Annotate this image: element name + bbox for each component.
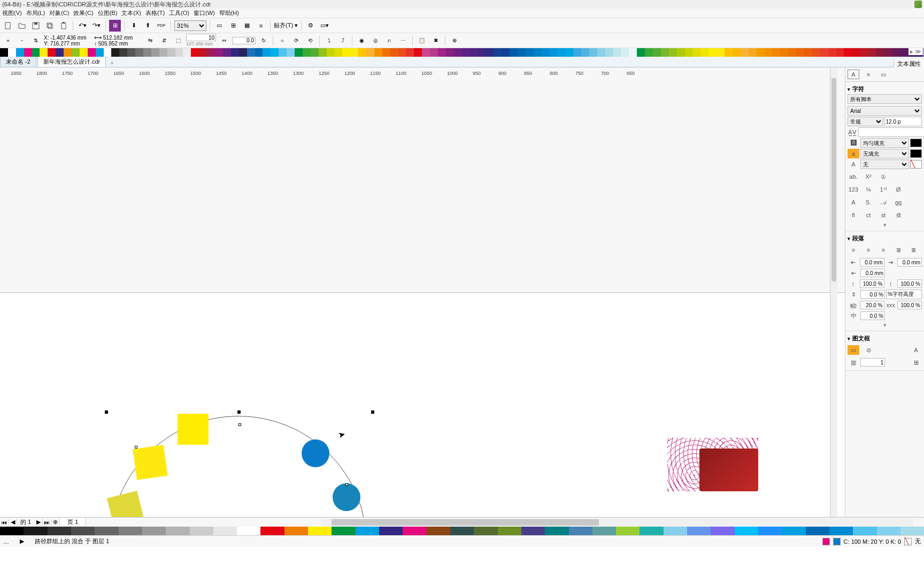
- prev-page-icon[interactable]: ◀: [9, 519, 17, 526]
- color-swatch[interactable]: [303, 48, 311, 57]
- color-swatch[interactable]: [24, 527, 47, 535]
- color-swatch[interactable]: [71, 527, 95, 535]
- remove-preset-icon[interactable]: －: [16, 35, 28, 47]
- section-frame[interactable]: 图文框: [848, 333, 922, 344]
- ligature-st-icon[interactable]: st: [877, 210, 889, 220]
- path-node[interactable]: [238, 423, 241, 426]
- last-page-icon[interactable]: ⏭: [43, 519, 51, 526]
- color-swatch[interactable]: [231, 48, 239, 57]
- color-swatch[interactable]: [0, 527, 24, 535]
- pdf-icon[interactable]: PDF: [156, 20, 167, 32]
- color-swatch[interactable]: [749, 48, 757, 57]
- fill-mode-select[interactable]: 均匀填充: [860, 138, 909, 148]
- color-swatch[interactable]: [438, 48, 446, 57]
- menu-item[interactable]: 对象(C): [49, 9, 69, 17]
- char-spacing-input[interactable]: [860, 301, 884, 309]
- color-swatch[interactable]: [498, 527, 521, 535]
- navigator-preview[interactable]: [667, 438, 758, 491]
- color-swatch[interactable]: [860, 48, 868, 57]
- color-swatch[interactable]: [733, 48, 741, 57]
- blend-square[interactable]: [133, 445, 168, 480]
- color-swatch[interactable]: [474, 527, 497, 535]
- grid-icon[interactable]: ▦: [241, 20, 253, 32]
- scripts-select[interactable]: 所有脚本: [848, 94, 922, 104]
- vertical-scrollbar[interactable]: [830, 67, 837, 517]
- color-swatch[interactable]: [319, 48, 327, 57]
- first-line-input[interactable]: [860, 269, 885, 277]
- color-swatch[interactable]: [358, 48, 366, 57]
- blend-steps-input[interactable]: [186, 34, 216, 41]
- color-swatch[interactable]: [687, 527, 711, 535]
- zoom-select[interactable]: 31%: [174, 20, 206, 31]
- font-select[interactable]: Arial: [848, 106, 922, 116]
- mirror-h-icon[interactable]: ⇋: [144, 35, 156, 47]
- page-tab-1[interactable]: 页 1: [60, 518, 86, 526]
- color-swatch[interactable]: [685, 48, 693, 57]
- doc-tab-1[interactable]: 未命名 -2: [0, 56, 36, 67]
- fill-color-swatch[interactable]: [910, 139, 922, 147]
- color-swatch[interactable]: [557, 48, 565, 57]
- rotation-input[interactable]: [232, 37, 256, 44]
- color-swatch[interactable]: [56, 48, 64, 57]
- color-swatch[interactable]: [95, 527, 118, 535]
- color-swatch[interactable]: [470, 48, 478, 57]
- color-swatch[interactable]: [390, 48, 398, 57]
- smallcaps-icon[interactable]: S.: [863, 197, 874, 207]
- color-swatch[interactable]: [175, 48, 183, 57]
- add-page-icon[interactable]: ⊕: [51, 519, 60, 526]
- color-swatch[interactable]: [829, 527, 853, 535]
- color-swatch[interactable]: [308, 527, 332, 535]
- add-preset-icon[interactable]: ＋: [2, 35, 14, 47]
- superscript-icon[interactable]: X²: [863, 172, 874, 181]
- color-swatch[interactable]: [104, 48, 112, 57]
- color-swatch[interactable]: [711, 527, 734, 535]
- color-swatch[interactable]: [510, 48, 518, 57]
- color-swatch[interactable]: [900, 48, 908, 57]
- color-swatch[interactable]: [239, 48, 247, 57]
- undo-icon[interactable]: ↶▾: [76, 20, 88, 32]
- loop-icon[interactable]: ↻: [258, 35, 270, 47]
- color-swatch[interactable]: [780, 48, 788, 57]
- color-swatch[interactable]: [96, 48, 104, 57]
- color-swatch[interactable]: [64, 48, 72, 57]
- color-swatch[interactable]: [223, 48, 231, 57]
- color-swatch[interactable]: [24, 48, 32, 57]
- menu-item[interactable]: 视图(V): [2, 9, 22, 17]
- doc-tab-2[interactable]: 新年海报怎么设计.cdr: [37, 56, 106, 67]
- align-full-icon[interactable]: ≣: [907, 245, 919, 255]
- stylistic-icon[interactable]: gg: [892, 197, 904, 207]
- frame-mode-icon[interactable]: ▭: [877, 70, 889, 79]
- new-icon[interactable]: [2, 20, 14, 32]
- color-swatch[interactable]: [167, 48, 175, 57]
- color-swatch[interactable]: [32, 48, 40, 57]
- color-swatch[interactable]: [142, 527, 166, 535]
- menu-item[interactable]: 文本(X): [121, 9, 141, 17]
- ligature-misc-icon[interactable]: ﬆ: [892, 210, 904, 220]
- color-swatch[interactable]: [119, 527, 142, 535]
- color-swatch[interactable]: [758, 527, 782, 535]
- color-swatch[interactable]: [812, 48, 820, 57]
- color-swatch[interactable]: [127, 48, 135, 57]
- char-mode-icon[interactable]: A: [848, 70, 859, 79]
- color-swatch[interactable]: [877, 527, 900, 535]
- color-swatch[interactable]: [48, 48, 56, 57]
- color-swatch[interactable]: [788, 48, 796, 57]
- color-swatch[interactable]: [709, 48, 717, 57]
- swap-dim-icon[interactable]: ⇅: [30, 35, 42, 47]
- search-icon[interactable]: ⊞: [109, 20, 121, 32]
- color-swatch[interactable]: [374, 48, 382, 57]
- menu-bar[interactable]: 视图(V)布局(L)对象(C)效果(C)位图(B)文本(X)表格(T)工具(O)…: [0, 9, 924, 18]
- swash-icon[interactable]: 𝒜: [877, 197, 889, 207]
- color-swatch[interactable]: [549, 48, 557, 57]
- color-swatch[interactable]: [884, 48, 892, 57]
- color-swatch[interactable]: [207, 48, 215, 57]
- fullscreen-icon[interactable]: ▭: [213, 20, 225, 32]
- color-swatch[interactable]: [876, 48, 884, 57]
- color-swatch[interactable]: [573, 48, 581, 57]
- color-swatch[interactable]: [692, 48, 700, 57]
- color-swatch[interactable]: [782, 527, 805, 535]
- indent-right-input[interactable]: [897, 258, 922, 267]
- color-swatch[interactable]: [406, 48, 414, 57]
- color-swatch[interactable]: [772, 48, 780, 57]
- frame-link-icon[interactable]: ▭: [848, 345, 859, 355]
